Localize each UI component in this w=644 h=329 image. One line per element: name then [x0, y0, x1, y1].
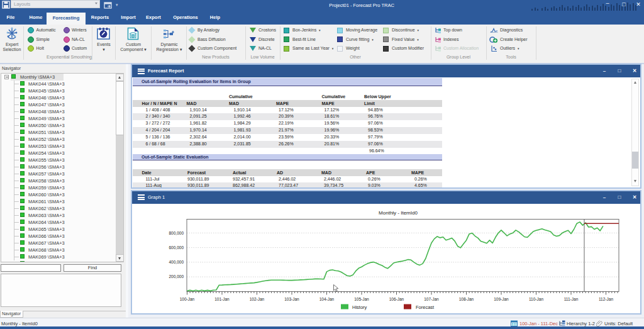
svg-text:109-Jan: 109-Jan: [494, 296, 509, 301]
svg-text:111-Jan: 111-Jan: [564, 296, 579, 301]
svg-text:107-Jan: 107-Jan: [424, 296, 439, 301]
svg-text:800,000: 800,000: [169, 230, 184, 235]
svg-text:108-Jan: 108-Jan: [459, 296, 474, 301]
svg-text:Forecast: Forecast: [416, 304, 435, 309]
svg-text:600,000: 600,000: [169, 245, 184, 249]
svg-text:Monthly - ItemId0: Monthly - ItemId0: [379, 209, 418, 215]
svg-text:History: History: [352, 304, 367, 309]
svg-text:101-Jan: 101-Jan: [214, 296, 230, 301]
svg-text:112-Jan: 112-Jan: [599, 296, 613, 301]
svg-text:200,000: 200,000: [169, 274, 184, 279]
svg-text:105-Jan: 105-Jan: [354, 296, 369, 301]
svg-text:100-Jan: 100-Jan: [180, 296, 195, 301]
svg-text:110-Jan: 110-Jan: [529, 296, 543, 301]
svg-text:400,000: 400,000: [169, 260, 184, 264]
svg-text:106-Jan: 106-Jan: [389, 296, 404, 301]
svg-text:103-Jan: 103-Jan: [284, 296, 299, 301]
svg-text:104-Jan: 104-Jan: [319, 296, 335, 301]
svg-text:102-Jan: 102-Jan: [250, 296, 265, 301]
